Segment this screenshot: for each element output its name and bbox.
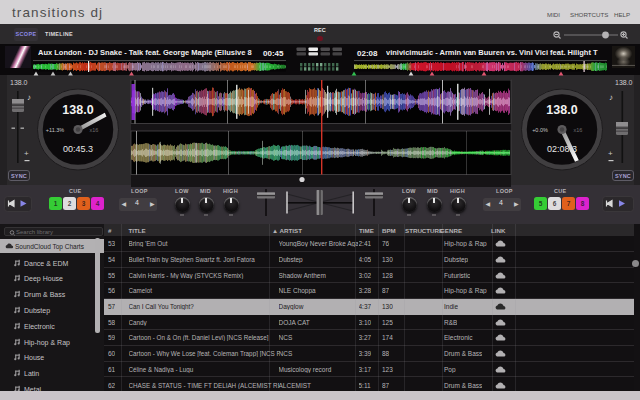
- svg-text:♪: ♪: [27, 93, 31, 102]
- svg-text:138.0: 138.0: [546, 103, 577, 117]
- svg-text:x16: x16: [90, 127, 99, 133]
- svg-text:+: +: [24, 149, 29, 158]
- svg-text:x16: x16: [574, 127, 583, 133]
- svg-text:138.0: 138.0: [62, 103, 93, 117]
- svg-text:+11.3%: +11.3%: [46, 127, 65, 133]
- svg-text:+0.0%: +0.0%: [532, 127, 548, 133]
- svg-text:00:45.3: 00:45.3: [63, 144, 93, 154]
- svg-text:♪: ♪: [609, 93, 613, 102]
- svg-text:+: +: [608, 149, 613, 158]
